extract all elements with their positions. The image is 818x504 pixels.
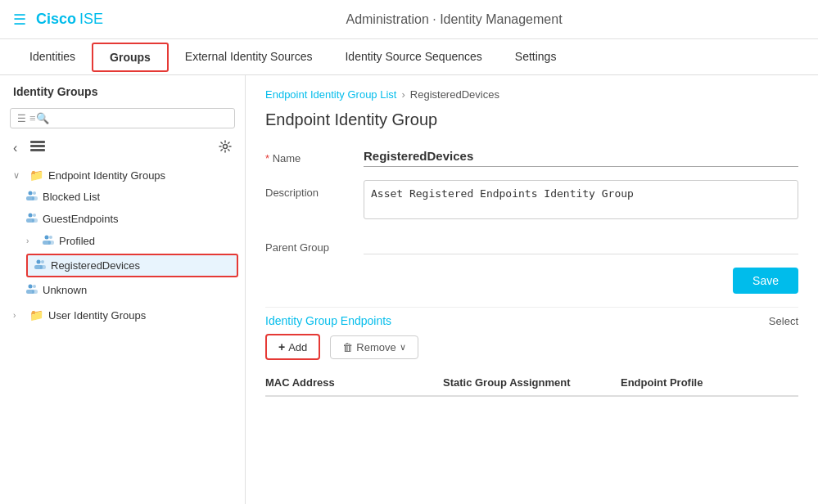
remove-label: Remove	[356, 341, 395, 353]
svg-point-10	[33, 214, 36, 217]
svg-rect-19	[40, 265, 46, 269]
svg-rect-7	[32, 196, 38, 200]
header: ☰ Cisco ISE Administration · Identity Ma…	[0, 0, 818, 39]
save-button-row: Save	[265, 268, 798, 294]
tree-item-unknown[interactable]: Unknown	[0, 279, 245, 301]
tree-item-blocked-list[interactable]: Blocked List	[0, 186, 245, 208]
form-row-parent-group: Parent Group	[265, 235, 798, 254]
endpoints-title: Identity Group Endpoints	[265, 314, 391, 327]
sidebar-title: Identity Groups	[0, 85, 245, 105]
sidebar-search-box[interactable]: ☰ ≡🔍	[10, 108, 235, 128]
tab-identities[interactable]: Identities	[13, 39, 92, 75]
remove-chevron: ∨	[400, 342, 406, 353]
nav-tabs: Identities Groups External Identity Sour…	[0, 39, 818, 75]
svg-point-14	[49, 236, 52, 239]
th-endpoint-profile: Endpoint Profile	[621, 376, 798, 389]
svg-rect-1	[30, 145, 45, 147]
menu-icon[interactable]: ☰	[13, 11, 26, 29]
tab-groups[interactable]: Groups	[92, 43, 169, 72]
svg-point-16	[37, 260, 41, 264]
remove-button[interactable]: 🗑 Remove ∨	[330, 335, 418, 359]
header-title: Administration · Identity Management	[103, 12, 805, 27]
svg-point-22	[33, 285, 36, 288]
breadcrumb: Endpoint Identity Group List › Registere…	[265, 88, 798, 101]
blocked-list-label: Blocked List	[43, 191, 100, 203]
folder-icon: 📁	[29, 169, 43, 182]
profiled-label: Profiled	[59, 235, 95, 247]
endpoints-toolbar: + Add 🗑 Remove ∨	[265, 334, 798, 360]
name-input[interactable]	[364, 146, 798, 167]
tab-identity-source-sequences[interactable]: Identity Source Sequences	[328, 39, 498, 75]
parent-group-field	[364, 235, 798, 254]
svg-rect-2	[30, 149, 45, 151]
name-label: * Name	[265, 146, 364, 164]
logo-ise: ISE	[79, 11, 103, 28]
description-label: Description	[265, 180, 364, 199]
svg-point-8	[29, 214, 33, 218]
name-label-text: Name	[273, 152, 301, 164]
group-icon-guest	[26, 212, 38, 226]
tree-user-identity-groups[interactable]: › 📁 User Identity Groups	[0, 304, 245, 326]
form-row-description: Description	[265, 180, 798, 222]
group-icon-profiled	[43, 234, 54, 248]
th-static-group: Static Group Assignment	[443, 376, 621, 389]
parent-group-input[interactable]	[364, 235, 798, 254]
group-icon-registered	[34, 259, 46, 272]
unknown-label: Unknown	[43, 284, 87, 296]
svg-point-20	[29, 285, 33, 289]
required-star: *	[265, 152, 273, 164]
sidebar-toolbar-left: ‹	[10, 139, 48, 157]
breadcrumb-separator: ›	[401, 88, 404, 101]
tree-item-guest-endpoints[interactable]: GuestEndpoints	[0, 208, 245, 230]
table-header: MAC Address Static Group Assignment Endp…	[265, 370, 798, 397]
name-field	[364, 146, 798, 167]
breadcrumb-link[interactable]: Endpoint Identity Group List	[265, 88, 396, 101]
form-row-name: * Name	[265, 146, 798, 167]
logo-cisco: Cisco	[36, 11, 76, 28]
svg-point-12	[45, 236, 49, 240]
th-mac-address: MAC Address	[265, 376, 443, 389]
expand-icon: ∨	[13, 170, 25, 181]
registered-devices-label: RegisteredDevices	[51, 259, 140, 272]
svg-point-3	[224, 145, 228, 149]
search-icon: ☰	[17, 113, 26, 124]
endpoint-identity-groups-label: Endpoint Identity Groups	[48, 169, 165, 182]
svg-rect-15	[48, 241, 54, 245]
tab-settings[interactable]: Settings	[499, 39, 573, 75]
sidebar: Identity Groups ☰ ≡🔍 ‹	[0, 75, 246, 504]
endpoints-select[interactable]: Select	[769, 315, 798, 327]
user-identity-groups-label: User Identity Groups	[48, 309, 146, 322]
tree-item-registered-devices[interactable]: RegisteredDevices	[26, 254, 238, 277]
svg-point-6	[33, 191, 36, 195]
expand-icon-user: ›	[13, 311, 25, 320]
folder-icon-user: 📁	[29, 308, 43, 322]
description-field	[364, 180, 798, 222]
svg-rect-23	[32, 290, 38, 294]
breadcrumb-current: RegisteredDevices	[410, 88, 499, 101]
tab-external-identity-sources[interactable]: External Identity Sources	[169, 39, 329, 75]
plus-icon: +	[278, 340, 285, 353]
add-label: Add	[288, 341, 307, 353]
svg-point-4	[29, 191, 33, 196]
back-button[interactable]: ‹	[10, 139, 20, 157]
tree-endpoint-identity-groups[interactable]: ∨ 📁 Endpoint Identity Groups	[0, 164, 245, 186]
endpoints-header: Identity Group Endpoints Select	[265, 307, 798, 327]
save-button[interactable]: Save	[733, 268, 798, 294]
group-icon	[26, 190, 38, 204]
trash-icon: 🗑	[342, 341, 353, 353]
logo: Cisco ISE	[36, 11, 103, 28]
add-button[interactable]: + Add	[265, 334, 320, 360]
expand-icon-profiled: ›	[26, 236, 38, 245]
tree-item-profiled[interactable]: › Profiled	[0, 230, 245, 252]
page-title: Endpoint Identity Group	[265, 110, 798, 129]
svg-rect-0	[30, 141, 45, 143]
content-area: Endpoint Identity Group List › Registere…	[246, 75, 818, 504]
table-view-button[interactable]	[27, 139, 48, 157]
group-icon-unknown	[26, 283, 38, 297]
guest-endpoints-label: GuestEndpoints	[43, 213, 119, 225]
parent-group-label: Parent Group	[265, 235, 364, 254]
main-layout: Identity Groups ☰ ≡🔍 ‹	[0, 75, 818, 504]
search-icon-eq: ≡🔍	[29, 112, 49, 124]
settings-button[interactable]	[215, 138, 235, 158]
description-input[interactable]	[364, 180, 798, 219]
